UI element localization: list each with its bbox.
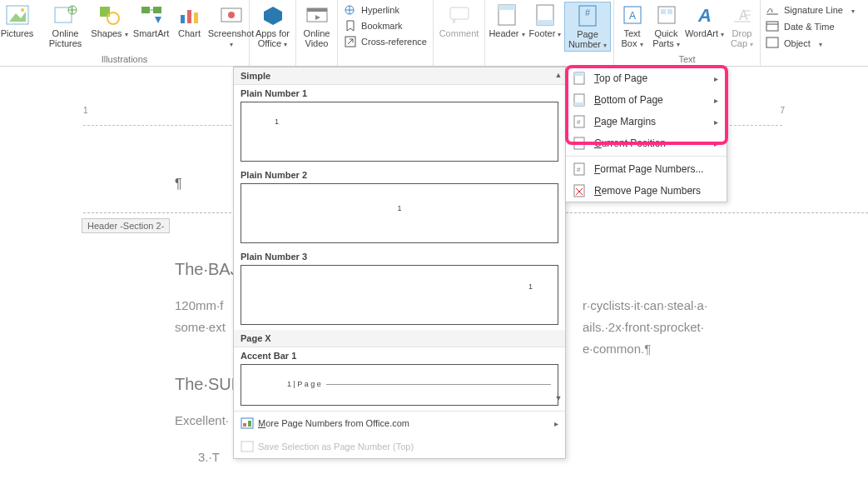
quick-parts-icon — [653, 3, 680, 27]
body-line-5: 3.·T — [198, 450, 220, 464]
svg-rect-23 — [498, 5, 515, 10]
pictures-button[interactable]: Pictures — [0, 2, 42, 38]
bookmark-button[interactable]: Bookmark — [344, 19, 427, 32]
page-number-button[interactable]: # Page Number — [564, 2, 611, 52]
hyperlink-button[interactable]: Hyperlink — [344, 3, 427, 17]
svg-rect-8 — [153, 7, 161, 13]
header-icon — [494, 3, 520, 27]
apps-for-office-button[interactable]: Apps for Office — [251, 2, 295, 50]
chart-icon — [176, 3, 203, 27]
svg-rect-7 — [141, 7, 150, 13]
shapes-button[interactable]: Shapes — [90, 2, 130, 40]
svg-rect-12 — [194, 12, 198, 23]
apps-icon — [260, 3, 286, 27]
page-number-icon: # — [574, 4, 601, 27]
svg-rect-11 — [187, 10, 191, 23]
body-line-1b: r·cyclists·it·can·steal·a· — [583, 298, 707, 312]
drop-cap-button[interactable]: A Drop Cap — [726, 2, 759, 50]
svg-rect-56 — [574, 185, 584, 197]
screenshot-icon — [218, 3, 245, 27]
gallery-section-pagex: Page X — [234, 330, 565, 347]
wordart-button[interactable]: A WordArt — [684, 2, 726, 40]
svg-text:#: # — [585, 7, 591, 17]
wordart-icon: A — [692, 3, 718, 27]
body-line-1a: 120mm·f — [175, 298, 223, 312]
menu-format-page-numbers[interactable]: # Format Page Numbers... — [566, 158, 727, 180]
signature-line-button[interactable]: Signature Line — [766, 3, 855, 17]
text-box-button[interactable]: A Text Box — [616, 2, 649, 50]
gallery-item-plain-1-label: Plain Number 1 — [234, 85, 565, 100]
svg-marker-15 — [264, 7, 282, 25]
screenshot-button[interactable]: Screenshot — [206, 2, 256, 50]
comment-icon — [446, 3, 473, 27]
save-selection-icon — [241, 440, 254, 453]
cross-reference-button[interactable]: Cross-reference — [344, 35, 427, 48]
svg-rect-43 — [243, 423, 246, 427]
body-line-4: Excellent· — [175, 413, 229, 427]
svg-point-6 — [107, 12, 119, 24]
current-position-icon — [573, 137, 586, 150]
svg-point-14 — [228, 12, 235, 18]
text-box-icon: A — [619, 3, 646, 27]
office-com-icon — [241, 417, 254, 430]
comment-button[interactable]: Comment — [436, 2, 483, 38]
online-pictures-icon — [52, 3, 79, 27]
gallery-section-simple: Simple — [234, 67, 565, 85]
body-line-3b: e·common.¶ — [583, 342, 651, 356]
menu-remove-page-numbers[interactable]: Remove Page Numbers — [566, 180, 727, 202]
svg-rect-44 — [248, 421, 251, 427]
text-group-label: Text — [678, 54, 695, 66]
video-icon — [304, 3, 330, 27]
shapes-icon — [97, 3, 123, 27]
svg-text:#: # — [577, 166, 581, 173]
gallery-item-plain-2[interactable]: 1 — [241, 183, 558, 243]
date-time-button[interactable]: Date & Time — [766, 20, 855, 33]
submenu-arrow-icon: ▸ — [714, 117, 718, 127]
drop-cap-icon: A — [729, 3, 756, 27]
object-button[interactable]: Object — [766, 37, 855, 50]
gallery-item-accent-1[interactable]: 1 | P a g e — [241, 364, 558, 406]
smartart-button[interactable]: SmartArt — [130, 2, 173, 38]
menu-current-position[interactable]: Current Position▸ — [566, 132, 727, 154]
online-video-button[interactable]: Online Video — [298, 2, 336, 48]
svg-rect-39 — [766, 22, 778, 31]
svg-rect-49 — [574, 102, 584, 106]
svg-marker-1 — [9, 12, 26, 22]
submenu-arrow-icon: ▸ — [714, 139, 718, 148]
menu-top-of-page[interactable]: Top of Page▸ — [566, 67, 727, 89]
gallery-scrollbar[interactable]: ▲▼ — [553, 71, 563, 402]
datetime-icon — [766, 20, 779, 33]
svg-rect-25 — [537, 20, 553, 25]
svg-point-2 — [21, 8, 24, 12]
scroll-down-icon[interactable]: ▼ — [555, 394, 563, 402]
gallery-item-plain-3[interactable]: 1 — [241, 265, 558, 325]
online-pictures-button[interactable]: Online Pictures — [42, 2, 90, 48]
menu-page-margins[interactable]: # Page Margins▸ — [566, 111, 727, 132]
scroll-up-icon[interactable]: ▲ — [555, 71, 563, 79]
ribbon-insert-tab: Pictures Online Pictures Shapes SmartArt… — [0, 0, 868, 67]
svg-text:A: A — [628, 10, 635, 22]
svg-rect-47 — [574, 72, 584, 76]
gallery-item-plain-2-label: Plain Number 2 — [234, 167, 565, 182]
submenu-arrow-icon: ▸ — [714, 74, 718, 83]
menu-bottom-of-page[interactable]: Bottom of Page▸ — [566, 89, 727, 111]
chart-button[interactable]: Chart — [173, 2, 206, 38]
gallery-item-accent-1-label: Accent Bar 1 — [234, 347, 565, 362]
page-margins-icon: # — [573, 115, 586, 128]
bookmark-icon — [344, 19, 357, 32]
pilcrow-mark: ¶ — [175, 177, 182, 192]
format-numbers-icon: # — [573, 162, 586, 176]
pictures-icon — [4, 3, 31, 27]
bottom-of-page-icon — [573, 93, 586, 107]
svg-rect-45 — [241, 442, 253, 452]
body-line-2b: ails.·2x·front·sprocket· — [583, 320, 704, 334]
more-page-numbers-button[interactable]: More Page Numbers from Office.com ▸ — [234, 412, 565, 435]
header-button[interactable]: Header — [488, 2, 526, 40]
gallery-item-plain-1[interactable]: 1 — [241, 102, 558, 162]
quick-parts-button[interactable]: Quick Parts — [649, 2, 684, 50]
svg-text:#: # — [577, 118, 581, 126]
footer-button[interactable]: Footer — [526, 2, 564, 40]
signature-icon — [766, 3, 779, 17]
svg-marker-18 — [315, 15, 320, 20]
svg-rect-17 — [307, 8, 327, 12]
